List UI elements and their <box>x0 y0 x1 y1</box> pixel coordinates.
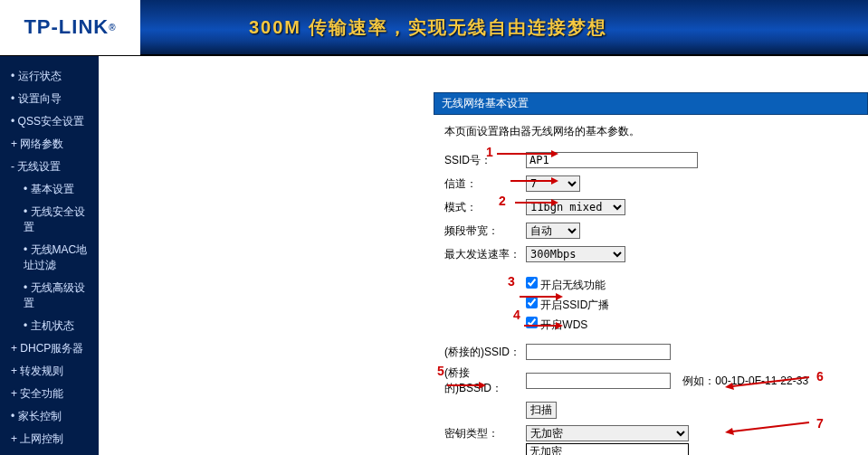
sidebar-item[interactable]: 运行状态 <box>0 65 99 88</box>
enable-wireless-label: 开启无线功能 <box>540 279 606 291</box>
sidebar-item[interactable]: 路由功能 <box>0 450 99 455</box>
enable-ssid-broadcast-label: 开启SSID广播 <box>540 299 609 311</box>
bridge-ssid-input[interactable] <box>526 344 671 360</box>
mode-label: 模式： <box>444 200 526 215</box>
sidebar-item[interactable]: QSS安全设置 <box>0 110 99 133</box>
brand-logo: TP-LINK® <box>0 0 140 55</box>
ssid-label: SSID号： <box>444 153 526 168</box>
sidebar-item[interactable]: 安全功能 <box>0 383 99 405</box>
maxrate-label: 最大发送速率： <box>444 247 526 262</box>
sidebar-item[interactable]: 无线安全设置 <box>0 201 99 239</box>
bridge-bssid-label: (桥接的)BSSID： <box>444 365 526 396</box>
bandwidth-label: 频段带宽： <box>444 223 526 239</box>
wireless-settings-panel: 无线网络基本设置 本页面设置路由器无线网络的基本参数。 SSID号： 信道： 7… <box>434 92 868 455</box>
sidebar-item[interactable]: 无线设置 <box>0 156 99 178</box>
bridge-bssid-input[interactable] <box>526 373 671 389</box>
mode-select[interactable]: 11bgn mixed <box>526 199 625 215</box>
panel-title: 无线网络基本设置 <box>434 92 868 115</box>
keytype-dropdown-list[interactable]: 无加密ASCII类型的WEP加密16进制的WEP加密WPA-PSK/WPA2-P… <box>526 443 689 455</box>
header: TP-LINK® 300M 传输速率，实现无线自由连接梦想 <box>0 0 868 56</box>
sidebar-item[interactable]: 基本设置 <box>0 178 99 201</box>
sidebar-item[interactable]: 设置向导 <box>0 88 99 110</box>
sidebar-item[interactable]: 主机状态 <box>0 315 99 337</box>
keytype-label: 密钥类型： <box>444 426 526 441</box>
bandwidth-select[interactable]: 自动 <box>526 223 580 239</box>
keytype-option[interactable]: 无加密 <box>527 444 688 455</box>
sidebar-item[interactable]: 家长控制 <box>0 405 99 428</box>
channel-label: 信道： <box>444 176 526 192</box>
sidebar-item[interactable]: 上网控制 <box>0 428 99 450</box>
sidebar-item[interactable]: 网络参数 <box>0 133 99 156</box>
keytype-select[interactable]: 无加密 <box>526 425 689 441</box>
channel-select[interactable]: 7 <box>526 175 580 192</box>
bridge-ssid-label: (桥接的)SSID： <box>444 345 526 360</box>
bssid-hint: 例如：00-1D-0F-11-22-33 <box>682 374 808 387</box>
sidebar: 运行状态设置向导QSS安全设置网络参数无线设置基本设置无线安全设置无线MAC地址… <box>0 56 99 455</box>
enable-wireless-checkbox[interactable] <box>526 277 538 289</box>
panel-description: 本页面设置路由器无线网络的基本参数。 <box>444 124 857 139</box>
ssid-input[interactable] <box>526 152 698 168</box>
sidebar-item[interactable]: DHCP服务器 <box>0 337 99 360</box>
sidebar-item[interactable]: 无线MAC地址过滤 <box>0 239 99 277</box>
sidebar-item[interactable]: 转发规则 <box>0 360 99 383</box>
sidebar-item[interactable]: 无线高级设置 <box>0 277 99 315</box>
enable-ssid-broadcast-checkbox[interactable] <box>526 297 538 308</box>
enable-wds-label: 开启WDS <box>540 318 587 331</box>
enable-wds-checkbox[interactable] <box>526 317 538 328</box>
header-slogan: 300M 传输速率，实现无线自由连接梦想 <box>249 15 607 40</box>
scan-button[interactable]: 扫描 <box>526 402 557 419</box>
maxrate-select[interactable]: 300Mbps <box>526 246 625 262</box>
